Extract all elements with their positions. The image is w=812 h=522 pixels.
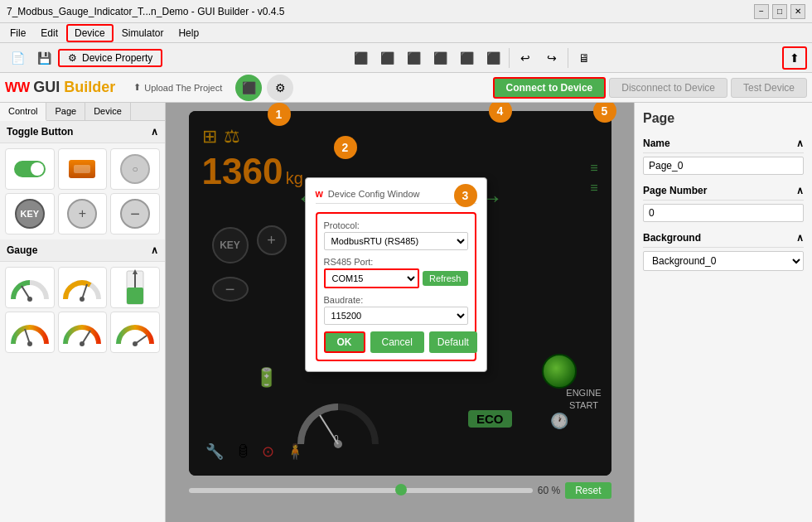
minimize-button[interactable]: − — [754, 4, 769, 19]
upload-project-label: Upload The Project — [144, 83, 222, 93]
dashboard-canvas[interactable]: ⊞ ⚖ 1360 kg ← → ≡ ≡ — [189, 111, 611, 476]
baudrate-label: Baudrate: — [324, 295, 468, 305]
slider-bar: 60 % Reset — [189, 482, 611, 499]
name-prop-header[interactable]: Name ∧ — [643, 134, 804, 153]
screen-button[interactable]: 🖥 — [572, 46, 597, 70]
widget-rect-toggle[interactable] — [58, 148, 108, 190]
page-number-collapse-icon: ∧ — [796, 185, 804, 196]
save-button[interactable]: 💾 — [31, 46, 56, 70]
baudrate-select[interactable]: 115200 — [324, 307, 468, 325]
align-vert-button[interactable]: ⬛ — [481, 46, 505, 70]
widget-key-toggle[interactable]: KEY — [5, 193, 55, 234]
dialog-title-bar: w Device Config Window — [316, 188, 476, 204]
center-canvas: ⊞ ⚖ 1360 kg ← → ≡ ≡ — [166, 103, 634, 522]
gauge-section-header[interactable]: Gauge ∧ — [0, 239, 165, 262]
rs485-input-row: COM15 Refresh — [324, 268, 468, 288]
widget-gauge-3[interactable] — [110, 267, 160, 308]
align-bottom-button[interactable]: ⬛ — [454, 46, 479, 70]
widget-gauge-6[interactable] — [110, 312, 160, 353]
connect-to-device-button[interactable]: Connect to Device — [493, 77, 607, 99]
test-device-button[interactable]: Test Device — [731, 78, 807, 98]
dialog-content-border: Protocol: ModbusRTU (RS485) RS485 Port: … — [316, 212, 476, 361]
align-center-button[interactable]: ⬛ — [375, 46, 399, 70]
maximize-button[interactable]: □ — [772, 4, 787, 19]
dialog-title: Device Config Window — [328, 189, 420, 199]
widget-minus-toggle[interactable]: − — [110, 193, 160, 234]
page-nav-button[interactable]: ⬛ — [235, 75, 262, 101]
cancel-button[interactable]: Cancel — [370, 331, 424, 353]
redo-button[interactable]: ↪ — [539, 46, 564, 70]
align-top-button[interactable]: ⬛ — [428, 46, 452, 70]
gear-icon: ⚙ — [68, 52, 77, 64]
protocol-field: Protocol: ModbusRTU (RS485) — [324, 220, 468, 250]
reset-button[interactable]: Reset — [565, 482, 611, 499]
align-right-button[interactable]: ⬛ — [401, 46, 426, 70]
tab-page[interactable]: Page — [46, 103, 85, 120]
background-select[interactable]: Background_0 — [643, 251, 804, 271]
protocol-select[interactable]: ModbusRTU (RS485) — [324, 232, 468, 250]
svg-line-13 — [135, 336, 147, 344]
device-property-menu[interactable]: ⚙ Device Property — [58, 49, 162, 67]
upload-button[interactable]: ⬆ — [782, 46, 807, 70]
page-number-prop-header[interactable]: Page Number ∧ — [643, 181, 804, 201]
rs485-field: RS485 Port: COM15 Refresh — [324, 257, 468, 288]
svg-line-1 — [22, 286, 30, 299]
widget-gauge-5[interactable] — [58, 312, 108, 353]
upload-project-button[interactable]: ⬆ Upload The Project — [127, 80, 229, 95]
ok-button[interactable]: OK — [324, 331, 365, 353]
rs485-label: RS485 Port: — [324, 257, 468, 267]
widget-round-toggle[interactable]: ○ — [110, 148, 160, 190]
menu-help[interactable]: Help — [172, 26, 205, 41]
port-select[interactable]: COM15 — [324, 268, 419, 288]
toggle-button-section-header[interactable]: Toggle Button ∧ — [0, 121, 165, 143]
menu-device[interactable]: Device — [66, 24, 114, 42]
name-property: Name ∧ — [643, 134, 804, 175]
name-collapse-icon: ∧ — [796, 138, 804, 149]
toggle-section-collapse-icon: ∧ — [151, 126, 158, 138]
separator-1 — [509, 48, 510, 68]
align-left-button[interactable]: ⬛ — [348, 46, 373, 70]
dialog-logo: w — [316, 188, 323, 200]
name-input[interactable] — [643, 157, 804, 175]
device-property-label: Device Property — [82, 52, 152, 64]
widget-gauge-1[interactable] — [5, 267, 55, 308]
refresh-button[interactable]: Refresh — [423, 271, 468, 286]
widget-toggle-switch[interactable] — [5, 148, 55, 190]
default-button[interactable]: Default — [429, 331, 477, 353]
widget-circle-toggle[interactable]: + — [58, 193, 108, 234]
left-panel: Control Page Device Toggle Button ∧ — [0, 103, 166, 522]
logo-ww: WW — [5, 80, 30, 95]
name-label: Name — [643, 138, 670, 149]
svg-line-3 — [82, 284, 87, 299]
baudrate-field: Baudrate: 115200 — [324, 295, 468, 325]
tab-device[interactable]: Device — [85, 103, 131, 120]
svg-line-11 — [82, 331, 90, 344]
widget-gauge-2[interactable] — [58, 267, 108, 308]
tab-control[interactable]: Control — [0, 103, 46, 121]
page-number-input[interactable] — [643, 204, 804, 222]
page-number-property: Page Number ∧ — [643, 181, 804, 222]
svg-rect-5 — [127, 288, 143, 304]
settings-round-button[interactable]: ⚙ — [267, 75, 293, 101]
menu-edit[interactable]: Edit — [34, 26, 65, 41]
menu-simulator[interactable]: Simulator — [115, 26, 171, 41]
undo-button[interactable]: ↩ — [513, 46, 538, 70]
svg-line-9 — [25, 329, 30, 344]
slider-track[interactable] — [189, 488, 533, 493]
circle-5: 5 — [593, 103, 616, 123]
gauge-section-collapse-icon: ∧ — [151, 244, 158, 256]
title-bar-title: 7_Modbus_Gauge_Indicator_T...n_Demo - GU… — [7, 6, 285, 17]
background-prop-header[interactable]: Background ∧ — [643, 229, 804, 248]
disconnect-button[interactable]: Disconnect to Device — [609, 78, 727, 98]
new-file-button[interactable]: 📄 — [5, 46, 30, 70]
menu-file[interactable]: File — [3, 26, 32, 41]
gauge-widgets-grid — [0, 262, 165, 358]
slider-percent-label: 60 % — [538, 485, 560, 496]
canvas-wrapper: ⊞ ⚖ 1360 kg ← → ≡ ≡ — [189, 111, 611, 476]
close-button[interactable]: ✕ — [790, 4, 805, 19]
separator-2 — [568, 48, 568, 68]
slider-thumb[interactable] — [395, 484, 407, 495]
widget-gauge-4[interactable] — [5, 312, 55, 353]
protocol-label: Protocol: — [324, 220, 468, 230]
background-label: Background — [643, 232, 701, 244]
